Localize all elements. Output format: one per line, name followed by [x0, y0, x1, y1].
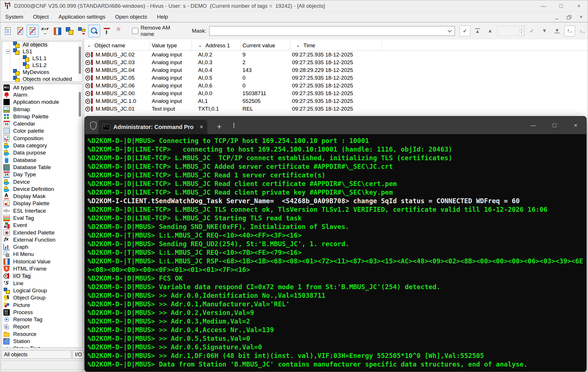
move-top-button[interactable]: ▲: [472, 26, 483, 36]
table-row[interactable]: M.MBUS_JC.1.0Analog inputAI,155250509:27…: [84, 97, 588, 105]
type-item-bitmap[interactable]: Bitmap: [2, 106, 82, 113]
type-item-hi-menu[interactable]: HI Menu: [2, 251, 82, 258]
type-item-event[interactable]: Event: [2, 222, 82, 229]
column-divider[interactable]: [381, 41, 382, 50]
type-item-picture[interactable]: Picture: [2, 301, 82, 309]
terminal-maximize-button[interactable]: □: [544, 116, 565, 134]
terminal-close-button[interactable]: ×: [565, 116, 586, 134]
type-item-extended-palette[interactable]: Extended Palette: [2, 229, 82, 236]
mdi-close-button[interactable]: ×: [580, 14, 583, 20]
tree-item-ls1-2[interactable]: LS1.2: [2, 62, 82, 69]
type-item-alarm[interactable]: Alarm: [2, 91, 82, 98]
type-item-object-group[interactable]: Object Group: [2, 294, 82, 301]
table-row[interactable]: M.MBUS_JC.05Analog inputAI,0.5009:27:25.…: [84, 74, 588, 82]
view-object-button[interactable]: [27, 25, 39, 37]
type-item-data-purpose[interactable]: Data purpose: [2, 149, 82, 156]
table-row[interactable]: M.MBUS_JC.00Analog inputAI,0.01503871109…: [84, 89, 588, 97]
table-row[interactable]: M.MBUS_JC.01Text inputTXTI,0.1REL09:27:2…: [84, 105, 588, 113]
type-item-remote-tag[interactable]: Remote Tag: [2, 316, 82, 323]
type-item-day-type[interactable]: Day Type: [2, 171, 82, 178]
type-item-color-palette[interactable]: Color palette: [2, 128, 82, 135]
type-item-composition[interactable]: Composition: [2, 135, 82, 142]
edit-object-button[interactable]: [14, 25, 26, 37]
tree-item-ls1[interactable]: LS1: [2, 48, 82, 55]
maximize-button[interactable]: □: [552, 0, 570, 12]
tree-view-button[interactable]: [76, 25, 88, 37]
menu-open-objects[interactable]: Open objects: [110, 14, 152, 20]
parent-level-button[interactable]: ↑..: [564, 26, 575, 36]
terminal-output[interactable]: %D2KOM-D-|D|MBUS> Connecting to TCP/IP h…: [85, 134, 586, 369]
minimize-button[interactable]: —: [534, 0, 552, 12]
type-item-line[interactable]: Line: [2, 280, 82, 287]
type-item-graph[interactable]: Graph: [2, 244, 82, 251]
close-button[interactable]: ×: [570, 0, 588, 12]
type-item-html-iframe[interactable]: HTML IFrame: [2, 265, 82, 272]
tab-close-icon[interactable]: ×: [200, 123, 203, 131]
column-current-value[interactable]: Current value: [242, 40, 275, 51]
new-object-button[interactable]: [2, 25, 14, 37]
new-tab-button[interactable]: +: [214, 122, 224, 131]
scrollbar-thumb[interactable]: [79, 46, 81, 74]
collapse-icon[interactable]: [6, 50, 10, 54]
type-item-logical-group[interactable]: Logical Group: [2, 287, 82, 294]
column-divider[interactable]: [290, 41, 290, 50]
menu-help[interactable]: Help: [152, 14, 173, 20]
tree-item-mydevices[interactable]: MyDevices: [2, 69, 82, 76]
type-item-io-tag[interactable]: I/O Tag: [2, 273, 82, 280]
menu-system[interactable]: System: [0, 14, 28, 20]
table-row[interactable]: M.MBUS_JC.02Analog inputAI,0.2909:27:25.…: [84, 51, 588, 58]
column-time[interactable]: ▲ Time: [296, 40, 315, 51]
types-scrollbar[interactable]: [78, 85, 82, 347]
column-value-type[interactable]: Value type: [152, 40, 177, 51]
type-item-external-function[interactable]: External Function: [2, 236, 82, 243]
tab-dropdown-button[interactable]: [234, 123, 234, 128]
column-divider[interactable]: [192, 41, 192, 50]
type-item-process[interactable]: Process: [2, 309, 82, 316]
tree-item-ls1-1[interactable]: LS1.1: [2, 55, 82, 62]
type-item-status-text[interactable]: Status Text: [2, 345, 82, 348]
type-item-display-mask[interactable]: Display Mask: [2, 193, 82, 200]
tree-item-objects-not-included[interactable]: Objects not included: [2, 76, 82, 82]
confirm-page-button[interactable]: ✓: [526, 26, 537, 36]
table-row[interactable]: M.MBUS_JC.04Analog inputAI,0.414309:28:2…: [84, 66, 588, 74]
xy-position-button[interactable]: [39, 25, 51, 37]
type-item-database-table[interactable]: Database Table: [2, 164, 82, 171]
terminal-tab[interactable]: C:\_ Administrator: Command Pro ×: [98, 120, 207, 134]
type-item-data-category[interactable]: Data category: [2, 142, 82, 149]
type-item-display-palette[interactable]: Display Palette: [2, 200, 82, 207]
type-item-bitmap-palette[interactable]: Bitmap Palette: [2, 113, 82, 120]
menu-object[interactable]: Object: [28, 14, 54, 20]
type-item-all-types[interactable]: All types: [2, 84, 82, 91]
type-item-resource[interactable]: Resource: [2, 330, 82, 338]
terminal-minimize-button[interactable]: —: [523, 116, 544, 134]
type-item-eval-tag[interactable]: Eval Tag: [2, 214, 82, 222]
column-address-1[interactable]: ▲ Address 1: [198, 40, 230, 51]
type-item-report[interactable]: Report: [2, 323, 82, 330]
move-up-button[interactable]: ▲: [485, 26, 496, 36]
column-divider[interactable]: [149, 41, 150, 50]
scrollbar-thumb[interactable]: [79, 92, 81, 117]
mdi-minimize-button[interactable]: _: [556, 14, 558, 20]
type-item-application-module[interactable]: Application module: [2, 99, 82, 106]
browse-button[interactable]: [88, 25, 100, 37]
remove-am-name-checkbox[interactable]: [132, 28, 138, 34]
terminal-titlebar[interactable]: C:\_ Administrator: Command Pro × + — □ …: [85, 116, 586, 134]
mask-combobox[interactable]: [209, 26, 455, 36]
move-down-button[interactable]: ▼: [539, 26, 550, 36]
type-item-calendar[interactable]: Calendar: [2, 120, 82, 127]
column-object-name[interactable]: ▲ Object name: [87, 40, 125, 51]
child-level-button[interactable]: ↓,,: [577, 26, 588, 36]
logical-groups-button[interactable]: [64, 25, 76, 37]
filter-button[interactable]: [100, 25, 113, 37]
table-row[interactable]: M.MBUS_JC.03Analog inputAI,0.3209:27:25.…: [84, 58, 588, 66]
type-item-database[interactable]: Database: [2, 156, 82, 164]
column-divider[interactable]: [240, 41, 241, 50]
tree-scrollbar[interactable]: [78, 42, 82, 81]
type-item-esl-interface[interactable]: ESL Interface: [2, 207, 82, 214]
menu-application-settings[interactable]: Application settings: [54, 14, 110, 20]
columns-button[interactable]: [51, 25, 63, 37]
type-item-device[interactable]: Device: [2, 178, 82, 185]
type-item-historical-value[interactable]: Historical Value: [2, 258, 82, 265]
mdi-restore-button[interactable]: [567, 15, 571, 19]
type-item-device-definition[interactable]: Device Definition: [2, 185, 82, 193]
